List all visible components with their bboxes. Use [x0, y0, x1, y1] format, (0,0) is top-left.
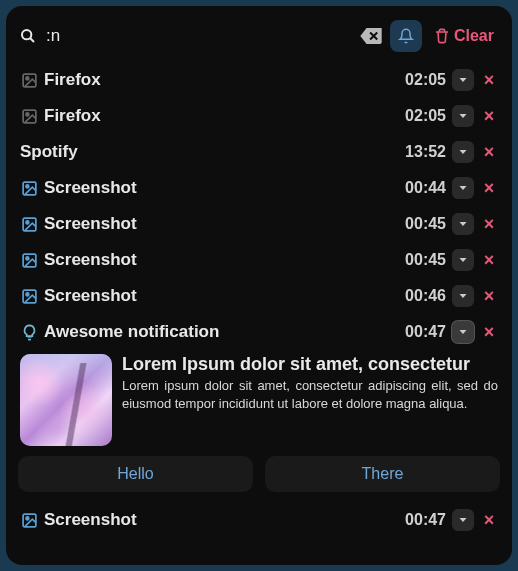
close-icon[interactable]: × — [480, 142, 498, 163]
image-icon — [20, 215, 38, 233]
notification-time: 00:45 — [405, 251, 446, 269]
close-icon[interactable]: × — [480, 70, 498, 91]
chevron-down-icon[interactable] — [452, 249, 474, 271]
notification-time: 00:47 — [405, 511, 446, 529]
close-icon[interactable]: × — [480, 106, 498, 127]
close-icon[interactable]: × — [480, 510, 498, 531]
notification-detail-title: Lorem Ipsum dolor sit amet, consectetur — [122, 354, 498, 375]
notification-row[interactable]: Awesome notification00:47× — [18, 314, 500, 350]
notification-title: Firefox — [44, 106, 399, 126]
notification-time: 00:46 — [405, 287, 446, 305]
svg-point-3 — [25, 76, 28, 79]
notification-row[interactable]: Screenshot00:47× — [18, 502, 500, 538]
chevron-down-icon[interactable] — [452, 285, 474, 307]
notification-time: 02:05 — [405, 107, 446, 125]
header: Clear — [18, 16, 500, 62]
notification-title: Screenshot — [44, 286, 399, 306]
trash-icon — [434, 28, 450, 44]
svg-point-7 — [25, 184, 28, 187]
chevron-down-icon[interactable] — [452, 69, 474, 91]
chevron-down-icon[interactable] — [452, 177, 474, 199]
chevron-down-icon[interactable] — [452, 321, 474, 343]
notification-title: Screenshot — [44, 250, 399, 270]
notification-row[interactable]: Firefox02:05× — [18, 62, 500, 98]
notification-expanded: Lorem Ipsum dolor sit amet, consecteturL… — [18, 350, 500, 454]
notification-time: 02:05 — [405, 71, 446, 89]
close-icon[interactable]: × — [480, 322, 498, 343]
search-icon — [20, 28, 36, 44]
notification-row[interactable]: Screenshot00:46× — [18, 278, 500, 314]
notification-detail-body: Lorem ipsum dolor sit amet, consectetur … — [122, 377, 498, 412]
notification-time: 00:44 — [405, 179, 446, 197]
notification-title: Awesome notification — [44, 322, 399, 342]
svg-point-0 — [22, 30, 31, 39]
action-button[interactable]: Hello — [18, 456, 253, 492]
search-wrap — [20, 26, 352, 46]
action-button[interactable]: There — [265, 456, 500, 492]
image-icon — [20, 179, 38, 197]
notification-title: Screenshot — [44, 510, 399, 530]
svg-point-9 — [25, 220, 28, 223]
notification-panel: Clear Firefox02:05×Firefox02:05×Spotify1… — [6, 6, 512, 565]
notification-row[interactable]: Screenshot00:44× — [18, 170, 500, 206]
image-icon — [20, 511, 38, 529]
svg-point-5 — [25, 112, 28, 115]
chevron-down-icon[interactable] — [452, 105, 474, 127]
notification-actions: HelloThere — [18, 454, 500, 502]
notification-body: Lorem Ipsum dolor sit amet, consecteturL… — [122, 354, 498, 446]
image-dark-icon — [20, 71, 38, 89]
notification-time: 13:52 — [405, 143, 446, 161]
notification-row[interactable]: Firefox02:05× — [18, 98, 500, 134]
image-dark-icon — [20, 107, 38, 125]
notification-title: Firefox — [44, 70, 399, 90]
svg-point-11 — [25, 256, 28, 259]
notification-row[interactable]: Screenshot00:45× — [18, 242, 500, 278]
bulb-icon — [20, 323, 38, 341]
chevron-down-icon[interactable] — [452, 213, 474, 235]
bell-button[interactable] — [390, 20, 422, 52]
notification-title: Screenshot — [44, 214, 399, 234]
search-input[interactable] — [46, 26, 352, 46]
svg-point-13 — [25, 292, 28, 295]
notification-title: Screenshot — [44, 178, 399, 198]
clear-label: Clear — [454, 27, 494, 45]
chevron-down-icon[interactable] — [452, 509, 474, 531]
notification-time: 00:45 — [405, 215, 446, 233]
notification-row[interactable]: Screenshot00:45× — [18, 206, 500, 242]
close-icon[interactable]: × — [480, 214, 498, 235]
notification-thumbnail — [20, 354, 112, 446]
backspace-icon[interactable] — [360, 28, 382, 44]
notification-row[interactable]: Spotify13:52× — [18, 134, 500, 170]
notification-time: 00:47 — [405, 323, 446, 341]
image-icon — [20, 287, 38, 305]
svg-point-15 — [25, 516, 28, 519]
close-icon[interactable]: × — [480, 250, 498, 271]
notification-title: Spotify — [20, 142, 399, 162]
close-icon[interactable]: × — [480, 286, 498, 307]
clear-button[interactable]: Clear — [430, 23, 498, 49]
svg-line-1 — [30, 38, 34, 42]
image-icon — [20, 251, 38, 269]
notification-list: Firefox02:05×Firefox02:05×Spotify13:52×S… — [18, 62, 500, 555]
close-icon[interactable]: × — [480, 178, 498, 199]
chevron-down-icon[interactable] — [452, 141, 474, 163]
